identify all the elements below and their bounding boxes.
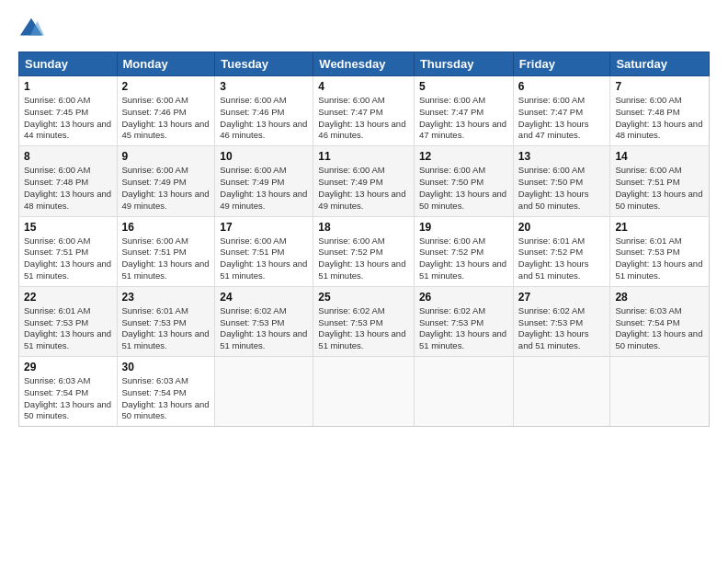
calendar-cell: 28Sunrise: 6:03 AMSunset: 7:54 PMDayligh… [610,286,710,356]
day-info: Sunrise: 6:01 AMSunset: 7:52 PMDaylight:… [518,236,606,282]
day-number: 25 [318,291,409,304]
day-info: Sunrise: 6:00 AMSunset: 7:47 PMDaylight:… [318,95,409,142]
header-row: SundayMondayTuesdayWednesdayThursdayFrid… [19,52,710,76]
calendar-cell: 22Sunrise: 6:01 AMSunset: 7:53 PMDayligh… [19,286,118,356]
col-header-sunday: Sunday [19,52,118,76]
day-info: Sunrise: 6:03 AMSunset: 7:54 PMDaylight:… [24,375,112,422]
calendar-cell: 6Sunrise: 6:00 AMSunset: 7:47 PMDaylight… [513,76,610,146]
day-number: 22 [24,291,112,304]
day-info: Sunrise: 6:00 AMSunset: 7:48 PMDaylight:… [615,95,704,142]
calendar-cell: 19Sunrise: 6:00 AMSunset: 7:52 PMDayligh… [414,216,513,286]
logo [18,17,48,42]
calendar-cell: 29Sunrise: 6:03 AMSunset: 7:54 PMDayligh… [19,357,118,427]
day-number: 17 [220,221,308,234]
calendar-cell: 13Sunrise: 6:00 AMSunset: 7:50 PMDayligh… [513,146,610,216]
day-number: 7 [615,80,704,93]
day-number: 24 [220,291,308,304]
calendar-cell: 30Sunrise: 6:03 AMSunset: 7:54 PMDayligh… [117,357,215,427]
calendar-cell [513,357,610,427]
logo-icon [18,17,44,42]
calendar-cell: 11Sunrise: 6:00 AMSunset: 7:49 PMDayligh… [313,146,415,216]
day-info: Sunrise: 6:00 AMSunset: 7:51 PMDaylight:… [615,165,704,212]
day-info: Sunrise: 6:02 AMSunset: 7:53 PMDaylight:… [318,305,409,352]
calendar-cell [313,357,415,427]
day-number: 6 [518,80,606,93]
calendar-cell: 26Sunrise: 6:02 AMSunset: 7:53 PMDayligh… [414,286,513,356]
day-info: Sunrise: 6:00 AMSunset: 7:47 PMDaylight:… [518,95,606,142]
calendar-cell: 4Sunrise: 6:00 AMSunset: 7:47 PMDaylight… [313,76,415,146]
day-info: Sunrise: 6:03 AMSunset: 7:54 PMDaylight:… [615,305,704,352]
calendar-cell: 20Sunrise: 6:01 AMSunset: 7:52 PMDayligh… [513,216,610,286]
day-info: Sunrise: 6:00 AMSunset: 7:49 PMDaylight:… [318,165,409,212]
day-number: 15 [24,221,112,234]
day-number: 4 [318,80,409,93]
day-info: Sunrise: 6:00 AMSunset: 7:46 PMDaylight:… [122,95,210,142]
day-number: 28 [615,291,704,304]
calendar-cell: 17Sunrise: 6:00 AMSunset: 7:51 PMDayligh… [215,216,313,286]
day-number: 11 [318,150,409,163]
calendar-table: SundayMondayTuesdayWednesdayThursdayFrid… [18,52,710,427]
day-info: Sunrise: 6:02 AMSunset: 7:53 PMDaylight:… [220,305,308,352]
calendar-cell: 18Sunrise: 6:00 AMSunset: 7:52 PMDayligh… [313,216,415,286]
calendar-cell: 14Sunrise: 6:00 AMSunset: 7:51 PMDayligh… [610,146,710,216]
calendar-cell [414,357,513,427]
calendar-cell: 7Sunrise: 6:00 AMSunset: 7:48 PMDaylight… [610,76,710,146]
day-number: 29 [24,361,112,373]
day-number: 18 [318,221,409,234]
calendar-cell [610,357,710,427]
day-info: Sunrise: 6:00 AMSunset: 7:49 PMDaylight:… [220,165,308,212]
day-number: 30 [122,361,210,373]
day-number: 5 [419,80,508,93]
day-number: 20 [518,221,606,234]
page: SundayMondayTuesdayWednesdayThursdayFrid… [0,0,728,436]
day-info: Sunrise: 6:00 AMSunset: 7:48 PMDaylight:… [24,165,112,212]
day-number: 12 [419,150,508,163]
calendar-cell: 21Sunrise: 6:01 AMSunset: 7:53 PMDayligh… [610,216,710,286]
day-info: Sunrise: 6:01 AMSunset: 7:53 PMDaylight:… [122,305,210,352]
calendar-cell: 5Sunrise: 6:00 AMSunset: 7:47 PMDaylight… [414,76,513,146]
col-header-tuesday: Tuesday [215,52,313,76]
calendar-cell: 1Sunrise: 6:00 AMSunset: 7:45 PMDaylight… [19,76,118,146]
header [18,17,710,42]
day-info: Sunrise: 6:02 AMSunset: 7:53 PMDaylight:… [419,305,508,352]
day-info: Sunrise: 6:00 AMSunset: 7:51 PMDaylight:… [24,236,112,282]
calendar-cell: 2Sunrise: 6:00 AMSunset: 7:46 PMDaylight… [117,76,215,146]
day-info: Sunrise: 6:02 AMSunset: 7:53 PMDaylight:… [518,305,606,352]
day-info: Sunrise: 6:00 AMSunset: 7:51 PMDaylight:… [122,236,210,282]
calendar-cell: 10Sunrise: 6:00 AMSunset: 7:49 PMDayligh… [215,146,313,216]
day-number: 3 [220,80,308,93]
day-number: 13 [518,150,606,163]
day-info: Sunrise: 6:00 AMSunset: 7:52 PMDaylight:… [318,236,409,282]
calendar-cell: 15Sunrise: 6:00 AMSunset: 7:51 PMDayligh… [19,216,118,286]
calendar-cell: 12Sunrise: 6:00 AMSunset: 7:50 PMDayligh… [414,146,513,216]
col-header-thursday: Thursday [414,52,513,76]
day-number: 19 [419,221,508,234]
day-number: 26 [419,291,508,304]
day-info: Sunrise: 6:00 AMSunset: 7:49 PMDaylight:… [122,165,210,212]
day-number: 21 [615,221,704,234]
calendar-cell: 23Sunrise: 6:01 AMSunset: 7:53 PMDayligh… [117,286,215,356]
col-header-wednesday: Wednesday [313,52,415,76]
col-header-friday: Friday [513,52,610,76]
day-number: 23 [122,291,210,304]
calendar-cell: 27Sunrise: 6:02 AMSunset: 7:53 PMDayligh… [513,286,610,356]
col-header-saturday: Saturday [610,52,710,76]
calendar-cell: 25Sunrise: 6:02 AMSunset: 7:53 PMDayligh… [313,286,415,356]
day-info: Sunrise: 6:00 AMSunset: 7:52 PMDaylight:… [419,236,508,282]
calendar-cell: 9Sunrise: 6:00 AMSunset: 7:49 PMDaylight… [117,146,215,216]
calendar-cell: 16Sunrise: 6:00 AMSunset: 7:51 PMDayligh… [117,216,215,286]
day-info: Sunrise: 6:03 AMSunset: 7:54 PMDaylight:… [122,375,210,422]
day-number: 16 [122,221,210,234]
calendar-cell [215,357,313,427]
day-info: Sunrise: 6:00 AMSunset: 7:47 PMDaylight:… [419,95,508,142]
day-number: 9 [122,150,210,163]
day-number: 8 [24,150,112,163]
day-info: Sunrise: 6:01 AMSunset: 7:53 PMDaylight:… [24,305,112,352]
day-info: Sunrise: 6:00 AMSunset: 7:45 PMDaylight:… [24,95,112,142]
day-info: Sunrise: 6:00 AMSunset: 7:50 PMDaylight:… [518,165,606,212]
day-number: 2 [122,80,210,93]
day-number: 27 [518,291,606,304]
day-number: 1 [24,80,112,93]
day-number: 10 [220,150,308,163]
col-header-monday: Monday [117,52,215,76]
